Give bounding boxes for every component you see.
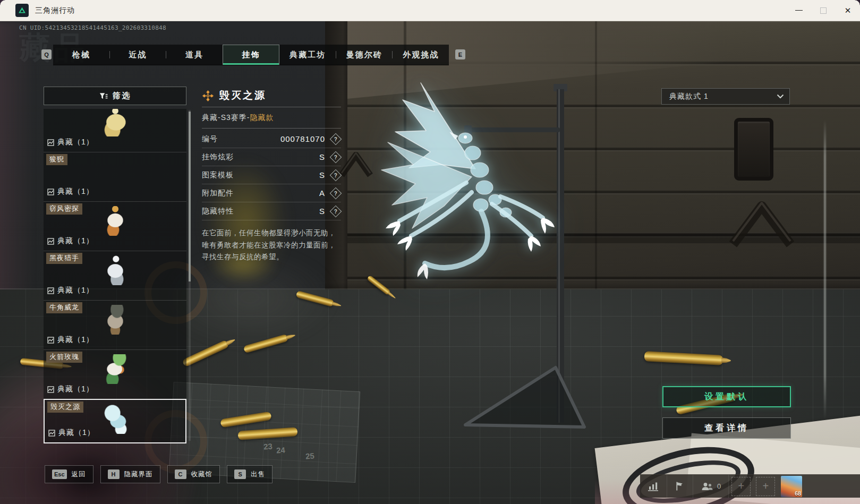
help-icon[interactable]: ? xyxy=(330,169,342,181)
maximize-icon xyxy=(820,7,827,14)
avatar-badge: 68 xyxy=(795,490,801,497)
charm-count: 典藏（1） xyxy=(57,385,94,394)
view-details-button[interactable]: 查看详情 xyxy=(662,417,791,439)
collection-icon xyxy=(47,238,54,245)
charm-count: 典藏（1） xyxy=(57,138,94,147)
hotkey-sell[interactable]: S 出售 xyxy=(227,465,273,483)
collection-icon xyxy=(47,287,54,294)
charm-count: 典藏（1） xyxy=(57,187,94,197)
tab-mandel-brick[interactable]: 曼德尔砖 xyxy=(336,45,393,65)
filter-label: 筛选 xyxy=(113,91,132,101)
charm-name-tag: 火箭玫瑰 xyxy=(46,352,82,363)
key-hint-e: E xyxy=(455,49,465,59)
charm-card[interactable]: 黑夜猎手 典藏（1） xyxy=(44,251,186,300)
friends-button[interactable]: 0 xyxy=(693,475,729,498)
h-keycap: H xyxy=(108,469,120,479)
tab-appearance-challenge[interactable]: 外观挑战 xyxy=(393,45,449,65)
charm-description: 在它面前，任何生物都显得渺小而无助，唯有勇敢者才能在这股寒冷的力量面前，寻找生存… xyxy=(202,227,338,263)
game-window: 三角洲行动 ✕ xyxy=(0,0,860,504)
hotkey-back[interactable]: Esc 返回 xyxy=(45,465,93,483)
help-icon[interactable]: ? xyxy=(330,151,342,163)
chevron-down-icon xyxy=(777,94,784,99)
report-button[interactable] xyxy=(667,475,693,498)
collection-icon xyxy=(47,189,54,195)
charm-thumbnail xyxy=(98,157,133,186)
filter-button[interactable]: 筛选 xyxy=(44,87,186,105)
set-default-button[interactable]: 设置默认 xyxy=(662,386,791,407)
charm-thumbnail xyxy=(98,255,133,285)
add-slot-button[interactable]: + xyxy=(731,477,751,496)
uid-text: CN UID:54213453218541445163_202603310848 xyxy=(19,24,166,31)
key-hint-q: Q xyxy=(41,49,52,59)
charm-thumbnail xyxy=(98,206,133,236)
add-slot-button[interactable]: + xyxy=(756,477,775,496)
charm-card-selected[interactable]: 毁灭之源 典藏（1） xyxy=(44,399,186,443)
charm-card[interactable]: 窃风密探 典藏（1） xyxy=(44,201,186,251)
charm-count: 典藏（1） xyxy=(57,236,94,246)
tab-melee[interactable]: 近战 xyxy=(110,45,166,65)
hotkey-bar: Esc 返回 H 隐藏界面 C 收藏馆 S 出售 xyxy=(45,465,273,483)
maximize-button[interactable] xyxy=(811,0,836,21)
charm-card[interactable]: 牛角威龙 典藏（1） xyxy=(44,300,186,349)
charm-name-tag: 窃风密探 xyxy=(46,203,82,215)
hotkey-gallery[interactable]: C 收藏馆 xyxy=(167,465,220,483)
style-dropdown-value: 典藏款式 1 xyxy=(669,92,709,101)
charm-name-tag: 牛角威龙 xyxy=(46,302,82,313)
hotkey-hide-ui[interactable]: H 隐藏界面 xyxy=(100,465,160,483)
scrollbar-thumb[interactable] xyxy=(189,112,191,281)
charm-count: 典藏（1） xyxy=(57,286,94,295)
window-title: 三角洲行动 xyxy=(35,6,75,15)
tab-charms[interactable]: 挂饰 xyxy=(223,45,280,65)
help-icon[interactable]: ? xyxy=(330,133,342,145)
esc-keycap: Esc xyxy=(52,469,67,479)
plus-icon: + xyxy=(762,480,769,492)
filter-icon xyxy=(99,92,108,100)
help-icon[interactable]: ? xyxy=(330,187,342,199)
stat-row-serial: 编号 000781070 ? xyxy=(202,130,341,148)
style-dropdown[interactable]: 典藏款式 1 xyxy=(661,88,790,105)
charm-name-tag: 毁灭之源 xyxy=(47,402,83,413)
tab-guns[interactable]: 枪械 xyxy=(53,45,109,65)
charm-sidebar: 筛选 典藏（1） 狻猊 典藏（1） 窃风密探 典藏（1） xyxy=(44,87,186,443)
player-avatar[interactable]: 68 xyxy=(781,476,802,497)
window-titlebar: 三角洲行动 ✕ xyxy=(0,0,860,21)
charm-thumbnail xyxy=(98,404,133,434)
charm-detail-panel: 毁灭之源 典藏-S3赛季-隐藏款 编号 000781070 ? 挂饰炫彩 S ?… xyxy=(202,86,341,263)
rarity-emblem-icon xyxy=(202,90,214,102)
close-button[interactable]: ✕ xyxy=(836,0,860,21)
stat-row-colorway: 挂饰炫彩 S ? xyxy=(202,148,341,166)
help-icon[interactable]: ? xyxy=(330,205,342,217)
charm-name-tag: 狻猊 xyxy=(46,154,67,165)
stat-row-pattern: 图案模板 S ? xyxy=(202,166,341,184)
charm-card[interactable]: 火箭玫瑰 典藏（1） xyxy=(44,349,186,399)
charm-card[interactable]: 典藏（1） xyxy=(44,109,186,152)
tab-gear[interactable]: 道具 xyxy=(166,45,223,65)
minimize-button[interactable] xyxy=(787,0,811,21)
collection-icon xyxy=(47,386,54,393)
collection-icon xyxy=(48,430,55,437)
app-logo-icon xyxy=(15,4,29,17)
s-keycap: S xyxy=(234,469,246,479)
game-viewport: 23 24 25 xyxy=(0,21,860,504)
tab-collection-workshop[interactable]: 典藏工坊 xyxy=(279,45,336,65)
bar-chart-icon xyxy=(648,482,659,491)
charm-count: 典藏（1） xyxy=(57,335,94,345)
flag-icon xyxy=(675,481,685,491)
collection-icon xyxy=(47,139,54,146)
charm-thumbnail xyxy=(98,354,133,384)
social-status-bar: 0 + + 68 xyxy=(640,474,860,498)
charm-name-tag: 黑夜猎手 xyxy=(46,253,82,264)
charm-thumbnail xyxy=(98,305,133,335)
stats-button[interactable] xyxy=(640,475,667,498)
c-keycap: C xyxy=(175,469,186,479)
friends-icon xyxy=(701,482,714,491)
charm-thumbnail xyxy=(98,109,133,136)
collection-icon xyxy=(47,337,54,344)
charm-count: 典藏（1） xyxy=(58,428,95,438)
friend-count: 0 xyxy=(717,482,721,490)
charm-card[interactable]: 狻猊 典藏（1） xyxy=(44,152,186,201)
stat-row-accessory: 附加配件 A ? xyxy=(202,184,341,202)
category-tabbar: 枪械 近战 道具 挂饰 典藏工坊 曼德尔砖 外观挑战 xyxy=(53,45,449,65)
sidebar-scrollbar[interactable] xyxy=(189,110,191,441)
dragon-charm-model xyxy=(372,79,563,302)
